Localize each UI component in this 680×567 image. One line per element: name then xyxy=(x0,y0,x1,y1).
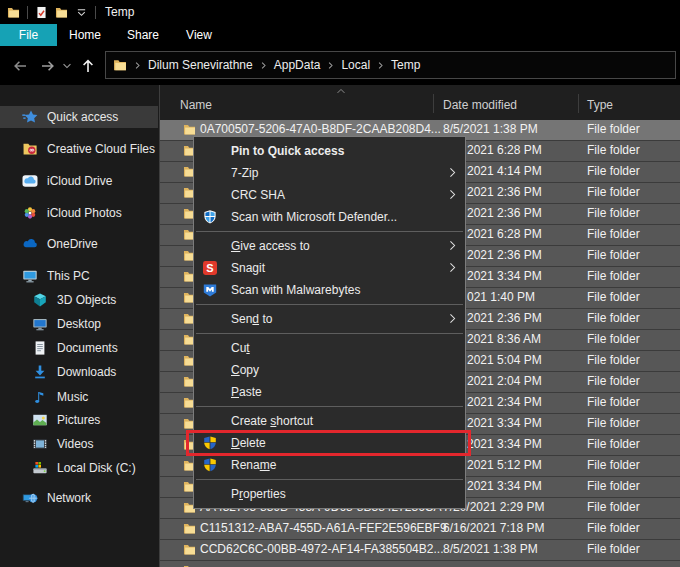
tab-view-label: View xyxy=(186,28,212,42)
menu-item-send-to[interactable]: Send to xyxy=(194,308,465,330)
file-type: File folder xyxy=(587,521,640,535)
file-date-modified: 2021 2:36 PM xyxy=(467,185,542,199)
onedrive-cloud-icon xyxy=(22,236,38,252)
folder-icon[interactable] xyxy=(7,6,20,19)
svg-text:S: S xyxy=(206,262,213,274)
file-type: File folder xyxy=(587,500,640,514)
column-divider[interactable] xyxy=(433,94,434,113)
sidebar-item-label: 3D Objects xyxy=(57,293,116,307)
sidebar-item-pictures[interactable]: Pictures xyxy=(0,409,158,431)
sidebar-item-onedrive[interactable]: OneDrive xyxy=(0,233,158,255)
crumb-chevron-icon xyxy=(259,61,268,70)
sidebar-item-creative-cloud-files[interactable]: Creative Cloud Files xyxy=(0,138,158,160)
uac-shield-icon xyxy=(202,435,218,451)
menu-item-copy[interactable]: Copy xyxy=(194,359,465,381)
sidebar-item-documents[interactable]: Documents xyxy=(0,337,158,359)
sidebar-item-network[interactable]: Network xyxy=(0,487,158,509)
menu-item-cut[interactable]: Cut xyxy=(194,337,465,359)
nav-back-icon[interactable] xyxy=(12,58,28,74)
quick-access-toolbar xyxy=(0,6,96,19)
menu-item-pin-to-quick-access[interactable]: Pin to Quick access xyxy=(194,140,465,162)
tab-file[interactable]: File xyxy=(0,24,57,46)
column-header-date-modified[interactable]: Date modified xyxy=(443,98,517,112)
tab-file-label: File xyxy=(19,28,38,42)
address-bar-row: Dilum SenevirathneAppDataLocalTemp xyxy=(0,46,680,85)
tab-home[interactable]: Home xyxy=(62,24,108,46)
file-type: File folder xyxy=(587,479,640,493)
menu-item-properties[interactable]: Properties xyxy=(194,483,465,505)
tab-share-label: Share xyxy=(127,28,159,42)
file-row-ccd62c6c[interactable]: CCD62C6C-00BB-4972-AF14-FA385504B2...8/5… xyxy=(160,540,680,561)
malwarebytes-icon xyxy=(202,282,218,298)
breadcrumb-local[interactable]: Local xyxy=(341,58,370,72)
menu-item-scan-with-microsoft-defender[interactable]: Scan with Microsoft Defender... xyxy=(194,206,465,228)
menu-item-snagit[interactable]: SSnagit xyxy=(194,257,465,279)
file-type: File folder xyxy=(587,164,640,178)
file-date-modified: 2021 2:36 PM xyxy=(467,206,542,220)
menu-item-label: CRC SHA xyxy=(231,188,285,202)
picture-icon xyxy=(32,412,48,428)
sidebar-item-icloud-photos[interactable]: iCloud Photos xyxy=(0,202,158,224)
menu-item-label: Delete xyxy=(231,436,266,450)
menu-item-label: Pin to Quick access xyxy=(231,144,344,158)
file-type: File folder xyxy=(587,185,640,199)
menu-item-crc-sha[interactable]: CRC SHA xyxy=(194,184,465,206)
menu-item-delete[interactable]: Delete xyxy=(194,432,465,454)
menu-item-label: Send to xyxy=(231,312,272,326)
tab-share[interactable]: Share xyxy=(120,24,166,46)
submenu-chevron-icon xyxy=(447,189,458,200)
new-folder-icon[interactable] xyxy=(55,6,68,19)
file-type: File folder xyxy=(587,374,640,388)
column-header-name[interactable]: Name xyxy=(180,98,212,112)
menu-item-paste[interactable]: Paste xyxy=(194,381,465,403)
column-header-row: Name Date modified Type xyxy=(160,85,680,120)
sidebar-item-quick-access[interactable]: Quick access xyxy=(0,106,158,128)
snagit-icon: S xyxy=(202,260,218,276)
sidebar-item-3d-objects[interactable]: 3D Objects xyxy=(0,289,158,311)
sidebar-item-downloads[interactable]: Downloads xyxy=(0,361,158,383)
qat-chevron-icon[interactable] xyxy=(75,6,88,19)
file-type: File folder xyxy=(587,311,640,325)
column-divider[interactable] xyxy=(578,94,579,113)
file-row[interactable] xyxy=(160,561,680,567)
breadcrumb-dilum-senevirathne[interactable]: Dilum Senevirathne xyxy=(148,58,253,72)
file-date-modified: 2021 2:36 PM xyxy=(467,311,542,325)
address-bar[interactable]: Dilum SenevirathneAppDataLocalTemp xyxy=(105,51,676,79)
sidebar-item-icloud-drive[interactable]: iCloud Drive xyxy=(0,170,158,192)
nav-up-icon[interactable] xyxy=(80,58,96,74)
menu-item-label: Scan with Microsoft Defender... xyxy=(231,210,397,224)
breadcrumb-temp[interactable]: Temp xyxy=(391,58,420,72)
nav-forward-icon[interactable] xyxy=(40,58,56,74)
file-date-modified: 8/5/2021 1:38 PM xyxy=(443,542,538,556)
file-explorer-window: Temp File Home Share View Dilum Senevira… xyxy=(0,0,680,567)
file-date-modified: 2021 2:34 PM xyxy=(467,395,542,409)
menu-item-label: Scan with Malwarebytes xyxy=(231,283,360,297)
tab-view[interactable]: View xyxy=(176,24,222,46)
menu-item-create-shortcut[interactable]: Create shortcut xyxy=(194,410,465,432)
file-date-modified: 2021 6:28 PM xyxy=(467,143,542,157)
menu-item-7-zip[interactable]: 7-Zip xyxy=(194,162,465,184)
file-type: File folder xyxy=(587,143,640,157)
sidebar-item-local-disk-c[interactable]: Local Disk (C:) xyxy=(0,457,158,479)
icloud-photos-icon xyxy=(22,205,38,221)
file-date-modified: 2021 5:12 PM xyxy=(467,458,542,472)
breadcrumb-appdata[interactable]: AppData xyxy=(274,58,321,72)
sidebar-item-this-pc[interactable]: This PC xyxy=(0,265,158,287)
sidebar-item-music[interactable]: Music xyxy=(0,386,158,408)
file-row-c1151312[interactable]: C1151312-ABA7-455D-A61A-FEF2E596EBF96/16… xyxy=(160,519,680,540)
properties-check-icon[interactable] xyxy=(35,6,48,19)
column-header-type[interactable]: Type xyxy=(587,98,613,112)
menu-item-scan-with-malwarebytes[interactable]: Scan with Malwarebytes xyxy=(194,279,465,301)
sidebar-item-desktop[interactable]: Desktop xyxy=(0,313,158,335)
menu-item-label: Cut xyxy=(231,341,250,355)
nav-dropdown-icon[interactable] xyxy=(62,61,72,71)
file-type: File folder xyxy=(587,290,640,304)
folder-icon xyxy=(113,58,127,72)
sidebar-item-label: Network xyxy=(47,491,91,505)
sidebar-item-videos[interactable]: Videos xyxy=(0,433,158,455)
menu-item-rename[interactable]: Rename xyxy=(194,454,465,476)
menu-item-give-access-to[interactable]: Give access to xyxy=(194,235,465,257)
file-type: File folder xyxy=(587,122,640,136)
local-disk-icon xyxy=(32,460,48,476)
cube-3d-icon xyxy=(32,292,48,308)
